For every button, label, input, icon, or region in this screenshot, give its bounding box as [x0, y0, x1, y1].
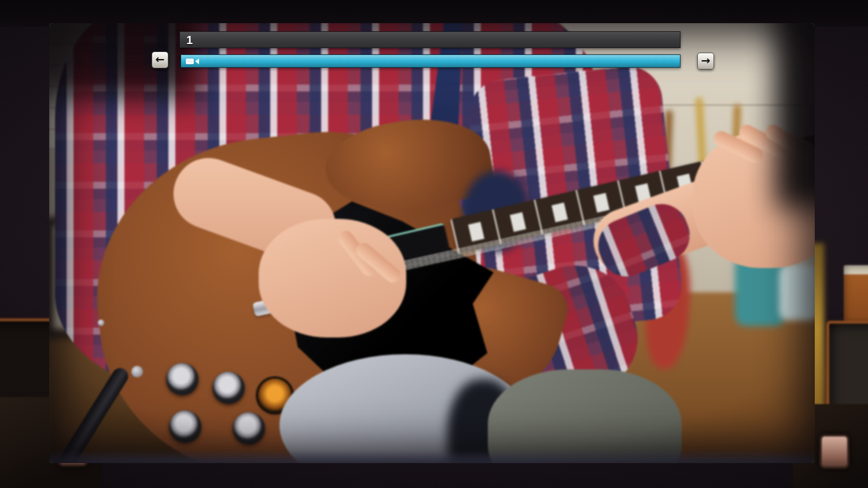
lesson-step-bar: 1 [179, 31, 681, 48]
video-camera-lens [195, 58, 199, 64]
video-lesson-screen: 1 ← → [0, 0, 868, 488]
previous-button[interactable]: ← [152, 52, 168, 68]
arrow-left-icon: ← [156, 54, 165, 65]
video-camera-icon [186, 58, 199, 64]
lesson-ui-overlay: 1 ← → [0, 0, 868, 488]
video-progress-fill [181, 55, 680, 67]
next-button[interactable]: → [697, 53, 714, 69]
video-progress-bar[interactable] [181, 54, 681, 68]
video-camera-body [186, 58, 194, 64]
lesson-step-label: 1 [186, 34, 193, 46]
arrow-right-icon: → [701, 55, 711, 66]
